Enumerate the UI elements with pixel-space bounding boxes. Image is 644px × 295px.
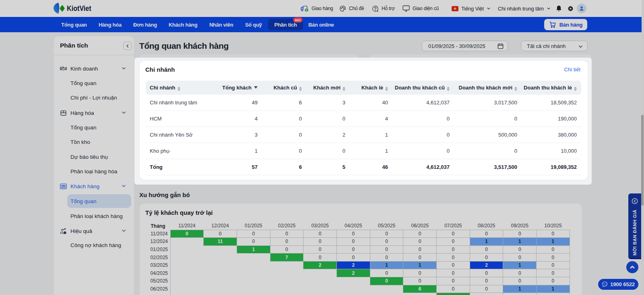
svg-text:$: $ xyxy=(64,232,66,234)
